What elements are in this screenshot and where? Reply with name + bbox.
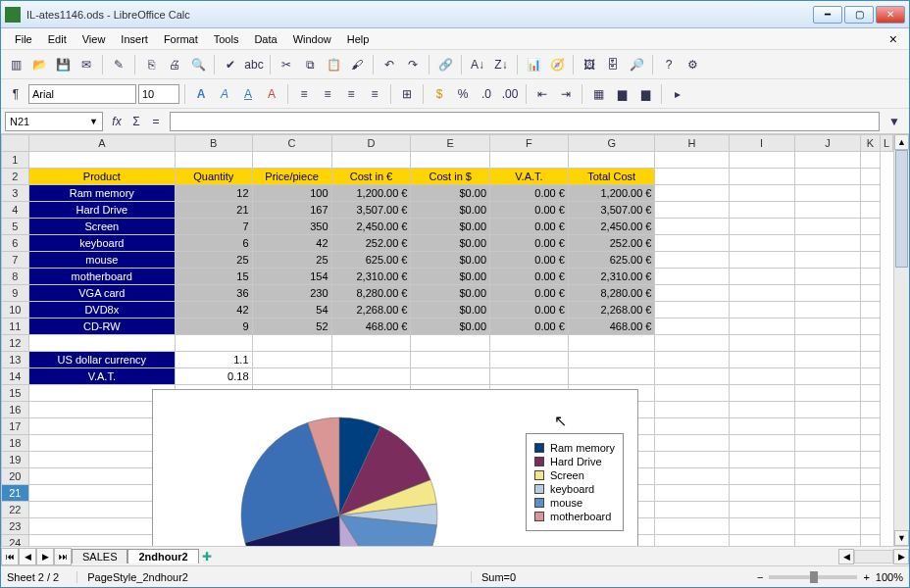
cell[interactable]: $0.00 xyxy=(411,285,490,302)
cell[interactable] xyxy=(729,418,794,435)
cell[interactable] xyxy=(655,202,729,219)
cell[interactable]: CD-RW xyxy=(28,318,175,335)
cell[interactable] xyxy=(568,368,655,385)
extension-icon[interactable]: ⚙ xyxy=(682,54,703,75)
cell[interactable]: 25 xyxy=(252,252,331,269)
cell[interactable] xyxy=(729,235,794,252)
cell[interactable]: 0.00 € xyxy=(490,202,569,219)
formula-input[interactable] xyxy=(170,112,880,131)
cell[interactable]: Price/piece xyxy=(252,169,331,185)
cell[interactable]: 1,200.00 € xyxy=(568,185,655,202)
cell[interactable] xyxy=(861,318,881,335)
cell[interactable]: 252.00 € xyxy=(568,235,655,252)
cell[interactable] xyxy=(729,535,794,547)
cell[interactable] xyxy=(729,219,794,235)
cell[interactable]: 468.00 € xyxy=(331,318,411,335)
sheet-tab-2ndhour2[interactable]: 2ndhour2 xyxy=(127,549,198,564)
cell[interactable]: Total Cost xyxy=(568,169,655,185)
format-paint-icon[interactable]: 🖌 xyxy=(346,54,368,75)
cell[interactable]: 100 xyxy=(252,185,331,202)
row-header[interactable]: 11 xyxy=(2,318,29,335)
cell[interactable] xyxy=(794,318,860,335)
tab-first-icon[interactable]: ⏮ xyxy=(1,548,19,565)
cell[interactable]: $0.00 xyxy=(411,302,490,318)
cell[interactable] xyxy=(655,385,729,402)
cell[interactable]: $0.00 xyxy=(411,185,490,202)
col-K[interactable]: K xyxy=(861,135,881,152)
cell[interactable]: 21 xyxy=(176,202,253,219)
undo-icon[interactable]: ↶ xyxy=(379,54,400,75)
row-header[interactable]: 23 xyxy=(2,518,29,535)
cell[interactable] xyxy=(794,535,860,547)
cell[interactable] xyxy=(729,302,794,318)
cell[interactable] xyxy=(861,385,881,402)
cell[interactable] xyxy=(861,235,881,252)
cell[interactable]: 1,200.00 € xyxy=(331,185,411,202)
cell[interactable] xyxy=(861,252,881,269)
cell[interactable]: mouse xyxy=(28,252,175,269)
cell[interactable] xyxy=(252,335,331,352)
navigator-icon[interactable]: 🧭 xyxy=(546,54,568,75)
cell[interactable]: 8,280.00 € xyxy=(568,285,655,302)
cell[interactable] xyxy=(655,535,729,547)
tab-last-icon[interactable]: ⏭ xyxy=(54,548,72,565)
cell[interactable]: keyboard xyxy=(28,235,175,252)
cell[interactable] xyxy=(568,335,655,352)
cell[interactable] xyxy=(490,152,569,169)
cell[interactable]: V.A.T. xyxy=(28,368,175,385)
row-header[interactable]: 21 xyxy=(2,485,29,502)
open-icon[interactable]: 📂 xyxy=(28,54,50,75)
cell[interactable] xyxy=(861,219,881,235)
align-center-icon[interactable]: ≡ xyxy=(317,83,338,105)
cell[interactable] xyxy=(655,418,729,435)
cell[interactable]: 6 xyxy=(176,235,253,252)
cell[interactable]: 2,450.00 € xyxy=(331,219,411,235)
cell[interactable]: 468.00 € xyxy=(568,318,655,335)
cell[interactable] xyxy=(861,302,881,318)
export-pdf-icon[interactable]: ⎘ xyxy=(140,54,162,75)
col-C[interactable]: C xyxy=(252,135,331,152)
cell[interactable] xyxy=(655,302,729,318)
cell[interactable]: 15 xyxy=(176,269,253,285)
horizontal-scrollbar[interactable]: ◀ ▶ xyxy=(838,549,909,564)
cell[interactable] xyxy=(252,368,331,385)
percent-icon[interactable]: % xyxy=(452,83,474,105)
cell[interactable]: Screen xyxy=(28,219,175,235)
cell[interactable] xyxy=(794,285,860,302)
redo-icon[interactable]: ↷ xyxy=(402,54,424,75)
menu-tools[interactable]: Tools xyxy=(206,31,247,47)
font-color-icon[interactable]: A xyxy=(261,83,282,105)
cell[interactable] xyxy=(729,485,794,502)
fontbg-icon[interactable]: ▆ xyxy=(634,83,656,105)
decrease-indent-icon[interactable]: ⇤ xyxy=(531,83,553,105)
cell[interactable] xyxy=(861,352,881,368)
cell[interactable] xyxy=(729,352,794,368)
cell[interactable] xyxy=(28,335,175,352)
cell[interactable]: 0.00 € xyxy=(490,318,569,335)
cell[interactable] xyxy=(861,485,881,502)
menu-format[interactable]: Format xyxy=(156,31,206,47)
hscroll-left-icon[interactable]: ◀ xyxy=(838,549,854,564)
menu-insert[interactable]: Insert xyxy=(113,31,156,47)
cell[interactable] xyxy=(655,318,729,335)
cell[interactable] xyxy=(490,352,569,368)
cell[interactable] xyxy=(729,269,794,285)
cell[interactable] xyxy=(655,285,729,302)
cell[interactable] xyxy=(729,468,794,485)
row-header[interactable]: 18 xyxy=(2,435,29,452)
menu-file[interactable]: File xyxy=(7,31,40,47)
borders-icon[interactable]: ▦ xyxy=(587,83,609,105)
cell[interactable] xyxy=(331,368,411,385)
cell[interactable]: Product xyxy=(28,169,175,185)
cell[interactable]: 2,450.00 € xyxy=(568,219,655,235)
name-box[interactable]: N21 ▼ xyxy=(5,112,103,131)
row-header[interactable]: 13 xyxy=(2,352,29,368)
sum-icon[interactable]: Σ xyxy=(126,112,146,131)
cell[interactable]: 2,310.00 € xyxy=(568,269,655,285)
cell[interactable] xyxy=(794,202,860,219)
cell[interactable] xyxy=(729,285,794,302)
cell[interactable] xyxy=(729,169,794,185)
menu-data[interactable]: Data xyxy=(246,31,284,47)
cell[interactable] xyxy=(794,418,860,435)
email-icon[interactable]: ✉ xyxy=(76,54,97,75)
